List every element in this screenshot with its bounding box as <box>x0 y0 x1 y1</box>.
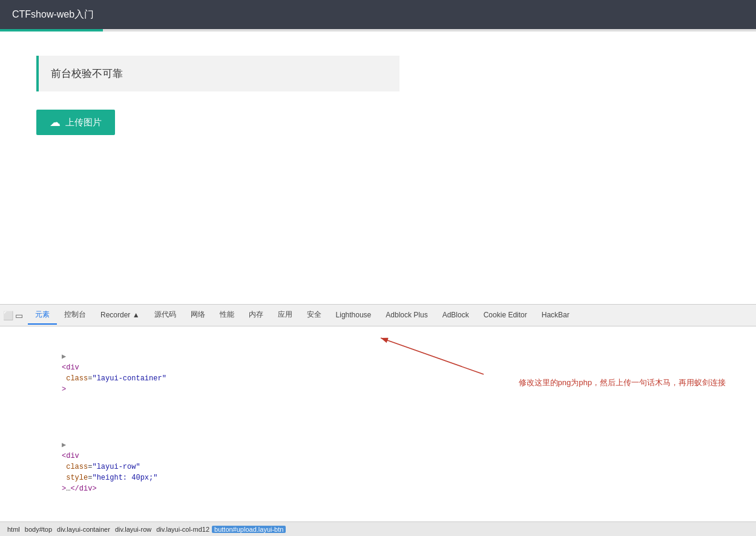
tab-console[interactable]: 控制台 <box>57 306 93 325</box>
breadcrumb-html[interactable]: html <box>5 526 22 533</box>
cursor-icon[interactable]: ⬜ <box>2 310 13 321</box>
tab-network[interactable]: 网络 <box>183 306 212 325</box>
tab-adblock[interactable]: AdBlock <box>435 307 476 324</box>
code-line-1: ▶ <div class="layui-container" > <box>0 329 756 417</box>
tab-adblock-plus[interactable]: Adblock Plus <box>378 307 435 324</box>
tab-lighthouse[interactable]: Lighthouse <box>329 307 379 324</box>
quote-block: 前台校验不可靠 <box>36 56 399 91</box>
tab-sources[interactable]: 源代码 <box>147 306 183 325</box>
upload-button[interactable]: ☁ 上传图片 <box>36 110 115 135</box>
breadcrumb-layui-row[interactable]: div.layui-row <box>113 526 154 533</box>
devtools-tabs: ⬜ ▭ 元素 控制台 Recorder ▲ 源代码 网络 性能 内存 应用 安全… <box>0 305 756 326</box>
page-title: CTFshow-web入门 <box>12 8 94 21</box>
top-bar: CTFshow-web入门 <box>0 0 756 29</box>
quote-text: 前台校验不可靠 <box>51 67 123 81</box>
code-line-3: ▶ <div class="layui-elem-quote" >…</div> <box>0 517 756 521</box>
cloud-upload-icon: ☁ <box>50 116 61 129</box>
tab-cookie-editor[interactable]: Cookie Editor <box>476 307 534 324</box>
breadcrumb-bar: html body#top div.layui-container div.la… <box>0 521 756 536</box>
code-inner: ▶ <div class="layui-container" > ▶ <div … <box>0 329 756 521</box>
tab-recorder[interactable]: Recorder ▲ <box>93 307 147 324</box>
tab-performance[interactable]: 性能 <box>212 306 242 325</box>
inspect-icon[interactable]: ▭ <box>13 310 24 321</box>
tab-hackbar[interactable]: HackBar <box>534 307 577 324</box>
tab-memory[interactable]: 内存 <box>242 306 271 325</box>
devtools-icons: ⬜ ▭ <box>2 310 24 321</box>
code-line-2: ▶ <div class="layui-row" style="height: … <box>0 417 756 517</box>
tab-application[interactable]: 应用 <box>271 306 300 325</box>
main-content: 前台校验不可靠 ☁ 上传图片 <box>0 31 756 304</box>
devtools-panel: ⬜ ▭ 元素 控制台 Recorder ▲ 源代码 网络 性能 内存 应用 安全… <box>0 304 756 536</box>
breadcrumb-layui-col-md12[interactable]: div.layui-col-md12 <box>154 526 212 533</box>
upload-button-label: 上传图片 <box>65 117 102 128</box>
breadcrumb-layui-container[interactable]: div.layui-container <box>54 526 113 533</box>
tab-elements[interactable]: 元素 <box>28 306 57 325</box>
devtools-code-content: ▶ <div class="layui-container" > ▶ <div … <box>0 326 756 521</box>
breadcrumb-body[interactable]: body#top <box>22 526 54 533</box>
tab-security[interactable]: 安全 <box>300 306 329 325</box>
breadcrumb-button-upload[interactable]: button#upload.layui-btn <box>212 526 286 533</box>
